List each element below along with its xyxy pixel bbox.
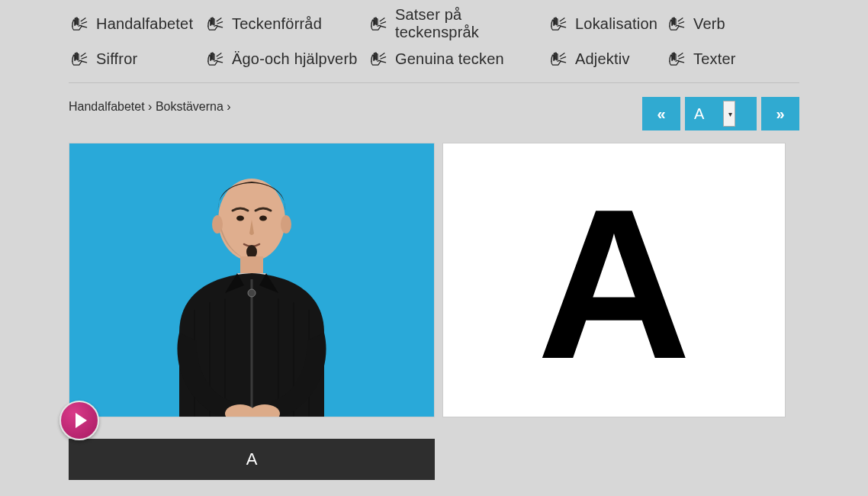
breadcrumb-sep: › bbox=[227, 100, 230, 113]
svg-rect-6 bbox=[240, 256, 263, 275]
sign-person bbox=[126, 157, 378, 417]
nav-teckenforrad[interactable]: Teckenförråd bbox=[204, 6, 368, 41]
hands-icon bbox=[69, 14, 88, 34]
hands-icon bbox=[368, 49, 387, 69]
nav-label: Adjektiv bbox=[575, 50, 630, 68]
hands-icon bbox=[204, 14, 224, 34]
pager-next-button[interactable]: » bbox=[761, 97, 799, 130]
nav-label: Teckenförråd bbox=[232, 15, 322, 33]
nav-label: Ägo-och hjälpverb bbox=[232, 50, 358, 68]
nav-label: Lokalisation bbox=[575, 15, 657, 33]
hands-icon bbox=[69, 49, 88, 69]
hands-icon bbox=[548, 14, 567, 34]
nav-row-2: Siffror Ägo-och hjälpverb Genuina tecken… bbox=[69, 49, 799, 69]
play-button[interactable] bbox=[59, 401, 99, 440]
big-letter: A bbox=[537, 177, 691, 391]
hands-icon bbox=[666, 49, 686, 69]
breadcrumb: Handalfabetet › Bokstäverna › bbox=[69, 97, 231, 114]
svg-point-8 bbox=[248, 289, 256, 297]
breadcrumb-part[interactable]: Bokstäverna bbox=[156, 100, 223, 113]
svg-point-4 bbox=[259, 216, 267, 221]
pager-select[interactable]: A bbox=[685, 97, 757, 130]
letter-panel: A bbox=[442, 143, 786, 417]
caption-bar: A bbox=[69, 439, 435, 480]
hands-icon bbox=[204, 49, 224, 69]
content-panels: A A bbox=[69, 143, 799, 480]
nav-adjektiv[interactable]: Adjektiv bbox=[548, 49, 666, 69]
nav-genuina-tecken[interactable]: Genuina tecken bbox=[368, 49, 548, 69]
hands-icon bbox=[548, 49, 567, 69]
nav-label: Handalfabetet bbox=[96, 15, 193, 33]
nav-ago-hjalpverb[interactable]: Ägo-och hjälpverb bbox=[204, 49, 368, 69]
pager-prev-button[interactable]: « bbox=[642, 97, 680, 130]
nav-label: Texter bbox=[693, 50, 736, 68]
video-panel[interactable] bbox=[69, 143, 435, 417]
nav-lokalisation[interactable]: Lokalisation bbox=[548, 6, 666, 41]
nav-verb[interactable]: Verb bbox=[666, 6, 757, 41]
nav-label: Genuina tecken bbox=[395, 50, 504, 68]
nav-label: Satser på teckenspråk bbox=[395, 6, 548, 41]
nav-siffror[interactable]: Siffror bbox=[69, 49, 204, 69]
nav-handalfabetet[interactable]: Handalfabetet bbox=[69, 6, 204, 41]
nav-label: Verb bbox=[693, 15, 725, 33]
nav-label: Siffror bbox=[96, 50, 137, 68]
hands-icon bbox=[368, 14, 387, 34]
nav-row-1: Handalfabetet Teckenförråd Satser på tec… bbox=[69, 6, 799, 41]
chevron-down-icon[interactable] bbox=[723, 101, 735, 127]
breadcrumb-part[interactable]: Handalfabetet bbox=[69, 100, 145, 113]
crumb-pager-row: Handalfabetet › Bokstäverna › « A » bbox=[69, 97, 799, 130]
letter-pager: « A » bbox=[642, 97, 799, 130]
nav-satser[interactable]: Satser på teckenspråk bbox=[368, 6, 548, 41]
breadcrumb-sep: › bbox=[148, 100, 152, 113]
nav-texter[interactable]: Texter bbox=[666, 49, 757, 69]
svg-point-1 bbox=[212, 215, 223, 234]
svg-point-2 bbox=[281, 215, 291, 234]
svg-point-3 bbox=[236, 216, 244, 221]
pager-selected-label: A bbox=[694, 105, 723, 123]
nav-divider bbox=[69, 82, 799, 83]
hands-icon bbox=[666, 14, 686, 34]
top-nav: Handalfabetet Teckenförråd Satser på tec… bbox=[69, 6, 799, 82]
